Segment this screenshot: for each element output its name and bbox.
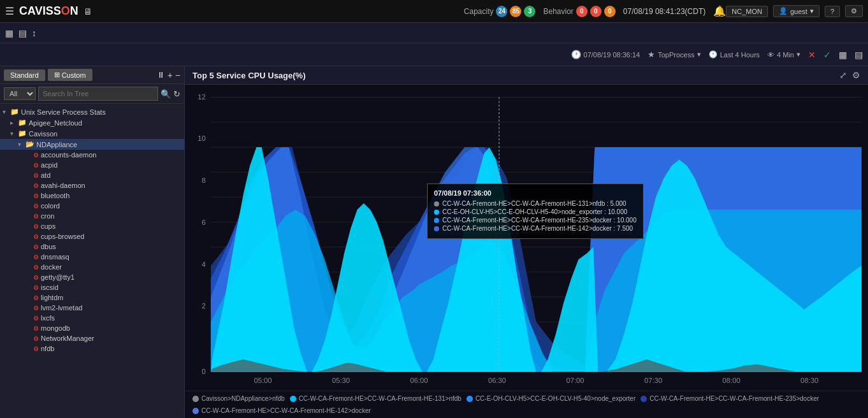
tree-label-lvm2: lvm2-lvmetad xyxy=(41,304,82,312)
green-check-icon[interactable]: ✓ xyxy=(823,50,831,60)
pause-icon[interactable]: ⏸ xyxy=(157,70,165,80)
all-select[interactable]: All xyxy=(4,87,36,100)
plus-icon[interactable]: + xyxy=(168,70,173,80)
tree-item-docker[interactable]: ⚙docker xyxy=(0,262,184,272)
nc-mon-button[interactable]: NC_MON xyxy=(726,6,768,17)
guest-label: guest xyxy=(790,8,807,15)
min-item[interactable]: 👁 4 Min ▾ xyxy=(767,50,800,59)
tree-item-mongodb[interactable]: ⚙mongodb xyxy=(0,323,184,333)
main-toolbar: ▦ ▤ ↕ xyxy=(0,23,868,43)
custom-label: Custom xyxy=(62,71,86,79)
tree-item-ndappliance[interactable]: 📂NDAppliance xyxy=(0,139,184,150)
svg-text:07:30: 07:30 xyxy=(644,377,662,384)
tree-item-networkmanager[interactable]: ⚙NetworkManager xyxy=(0,333,184,343)
tree-item-accounts[interactable]: ⚙accounts-daemon xyxy=(0,150,184,160)
tooltip-row-1: CC-W-CA-Fremont-HE>CC-W-CA-Fremont-HE-13… xyxy=(434,200,637,207)
legend-dot-3 xyxy=(467,396,473,402)
tree-icon-getty: ⚙ xyxy=(33,274,39,281)
search-input[interactable] xyxy=(38,87,158,101)
sidebar-controls: Standard ⊞ Custom ⏸ + − xyxy=(0,66,184,84)
min-label: 4 Min xyxy=(777,51,794,59)
top-process-item[interactable]: ★ TopProcess ▾ xyxy=(647,50,700,59)
legend-label-4: CC-W-CA-Fremont-HE>CC-W-CA-Fremont-HE-23… xyxy=(649,395,819,402)
tree-item-iscsid[interactable]: ⚙iscsid xyxy=(0,282,184,292)
tree-label-apigee: Apigee_Netcloud xyxy=(29,119,82,127)
sort-icon[interactable]: ↕ xyxy=(32,28,36,38)
legend-dot-2 xyxy=(290,396,296,402)
tree-label-docker: docker xyxy=(41,263,62,271)
behavior-nav-item[interactable]: Behavior 0 0 0 xyxy=(543,6,615,17)
tree-item-dbus[interactable]: ⚙dbus xyxy=(0,241,184,252)
monitor-icon: 🖥 xyxy=(83,6,92,17)
chart-header: Top 5 Service CPU Usage(%) ⤢ ⚙ xyxy=(185,66,868,85)
help-button[interactable]: ? xyxy=(825,6,840,17)
tooltip-text-2: CC-E-OH-CLV-H5>CC-E-OH-CLV-H5-40>node_ex… xyxy=(442,208,627,215)
tree-label-atd: atd xyxy=(41,171,50,179)
tree-item-lightdm[interactable]: ⚙lightdm xyxy=(0,292,184,303)
last-hours-item[interactable]: 🕐 Last 4 Hours xyxy=(709,50,760,59)
tree-item-nfdb[interactable]: ⚙nfdb xyxy=(0,343,184,354)
clock-icon: 🕐 xyxy=(571,50,581,59)
tooltip-text-3: CC-W-CA-Fremont-HE>CC-W-CA-Fremont-HE-23… xyxy=(442,217,637,224)
red-check-icon[interactable]: ✕ xyxy=(808,50,816,60)
hamburger-icon[interactable]: ☰ xyxy=(5,5,14,17)
tree-icon-cron: ⚙ xyxy=(33,213,39,220)
tree-item-root[interactable]: 📁Unix Service Process Stats xyxy=(0,106,184,117)
minus-icon[interactable]: − xyxy=(175,70,180,80)
chart-area: 12 10 8 6 4 2 0 05:00 05:30 06:00 06:30 … xyxy=(185,85,868,391)
tree-icon-accounts: ⚙ xyxy=(33,152,39,159)
tree-icon-apigee: 📁 xyxy=(18,119,27,127)
tree-item-apigee[interactable]: 📁Apigee_Netcloud xyxy=(0,117,184,128)
svg-text:4: 4 xyxy=(201,261,205,268)
legend-item-3: CC-E-OH-CLV-H5>CC-E-OH-CLV-H5-40>node_ex… xyxy=(467,395,635,402)
tree-item-dnsmasq[interactable]: ⚙dnsmasq xyxy=(0,252,184,262)
tree-label-iscsid: iscsid xyxy=(41,284,59,291)
tree-label-accounts: accounts-daemon xyxy=(41,151,96,159)
tree-label-cups: cups xyxy=(41,222,55,230)
tree-item-lxcfs[interactable]: ⚙lxcfs xyxy=(0,313,184,323)
legend-dot-5 xyxy=(192,408,199,414)
chart-settings-icon[interactable]: ⚙ xyxy=(852,70,860,80)
grid-view-icon[interactable]: ▦ xyxy=(839,50,847,60)
tree-item-bluetooth[interactable]: ⚙bluetooth xyxy=(0,191,184,201)
star-icon: ★ xyxy=(647,50,655,59)
second-toolbar: 🕐 07/08/19 08:36:14 ★ TopProcess ▾ 🕐 Las… xyxy=(0,43,868,66)
tree-item-acpid[interactable]: ⚙acpid xyxy=(0,160,184,170)
tree: 📁Unix Service Process Stats📁Apigee_Netcl… xyxy=(0,104,184,418)
tree-item-atd[interactable]: ⚙atd xyxy=(0,170,184,180)
logo: CAVISSON 🖥 xyxy=(19,4,92,18)
datetime-item: 🕐 07/08/19 08:36:14 xyxy=(571,50,640,59)
alert-icon[interactable]: 🔔 xyxy=(713,5,726,17)
tree-label-lightdm: lightdm xyxy=(41,294,63,301)
search-row: All 🔍 ↻ xyxy=(0,84,184,104)
bar-chart-icon[interactable]: ▦ xyxy=(5,28,13,38)
tree-icon-root: 📁 xyxy=(10,108,19,116)
legend-label-5: CC-W-CA-Fremont-HE>CC-W-CA-Fremont-HE-14… xyxy=(201,407,371,414)
settings-button[interactable]: ⚙ xyxy=(845,5,863,17)
guest-button[interactable]: 👤 guest ▾ xyxy=(773,5,820,17)
tooltip-dot-4 xyxy=(434,226,439,231)
tree-icon-cups: ⚙ xyxy=(33,223,39,230)
tree-item-avahi[interactable]: ⚙avahi-daemon xyxy=(0,180,184,191)
tree-item-cron[interactable]: ⚙cron xyxy=(0,211,184,221)
tree-item-cavisson[interactable]: 📁Cavisson xyxy=(0,128,184,139)
list-view-icon[interactable]: ▤ xyxy=(855,50,863,60)
tree-item-cups_browsed[interactable]: ⚙cups-browsed xyxy=(0,231,184,241)
capacity-nav-item[interactable]: Capacity 24 85 3 xyxy=(464,6,536,17)
svg-text:12: 12 xyxy=(198,93,206,101)
refresh-button[interactable]: ↻ xyxy=(173,89,180,99)
tree-label-colord: colord xyxy=(41,202,60,210)
custom-button[interactable]: ⊞ Custom xyxy=(48,69,92,81)
tree-item-lvm2[interactable]: ⚙lvm2-lvmetad xyxy=(0,303,184,313)
expand-icon[interactable]: ⤢ xyxy=(839,70,847,80)
tree-item-getty[interactable]: ⚙getty@tty1 xyxy=(0,272,184,282)
last-hours-label: Last 4 Hours xyxy=(720,51,760,59)
tree-item-colord[interactable]: ⚙colord xyxy=(0,201,184,211)
chart-legend: Cavisson>NDAppliance>nfdb CC-W-CA-Fremon… xyxy=(185,391,868,418)
standard-button[interactable]: Standard xyxy=(4,69,45,81)
grid-icon[interactable]: ▤ xyxy=(18,28,27,38)
search-button[interactable]: 🔍 xyxy=(161,89,171,99)
tree-item-cups[interactable]: ⚙cups xyxy=(0,221,184,231)
badge-b2: 0 xyxy=(590,6,602,17)
svg-text:05:30: 05:30 xyxy=(332,377,350,384)
